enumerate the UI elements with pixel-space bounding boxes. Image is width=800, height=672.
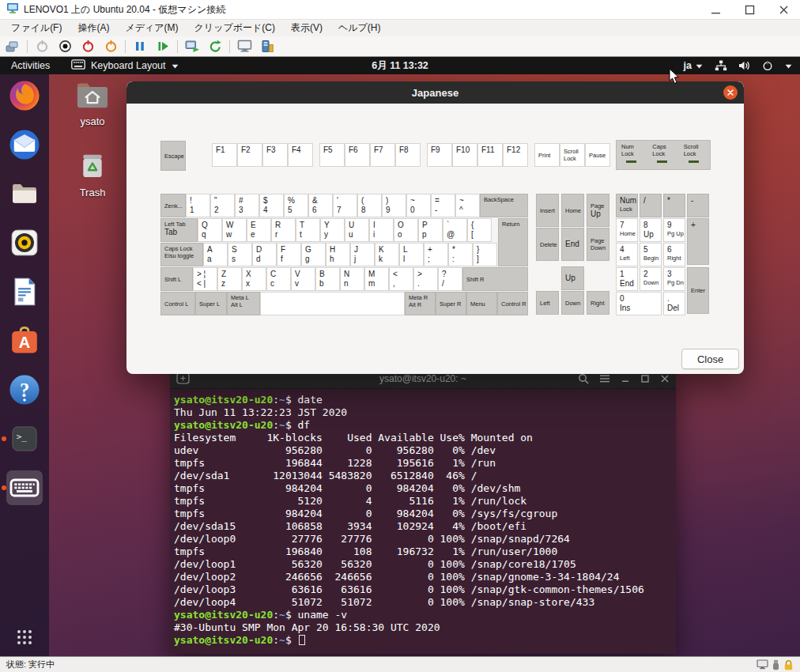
key-f5: F5 — [319, 143, 345, 167]
terminal-content[interactable]: ysato@itsv20-u20:~$ dateThu Jun 11 13:22… — [170, 389, 676, 654]
key-2: "2 — [210, 194, 235, 217]
window-maximize-button[interactable] — [745, 5, 755, 15]
desktop-icon-home-folder[interactable]: ysato — [70, 79, 115, 127]
dock: A?>_ — [0, 74, 49, 656]
terminal-cursor — [299, 635, 305, 645]
key-control-r: Control R — [497, 292, 528, 315]
key-up: Up — [561, 266, 584, 290]
close-icon[interactable] — [660, 374, 670, 383]
vm-menu-item[interactable]: 表示(V) — [283, 20, 330, 36]
vm-menu-item[interactable]: メディア(M) — [117, 20, 186, 36]
terminal-output-line: tmpfs 196840 108 196732 1% /run/user/100… — [174, 546, 676, 558]
led-scroll-lock: ScrollLock — [679, 141, 710, 169]
terminal-output-line: /dev/loop4 51072 51072 0 100% /snap/snap… — [174, 596, 676, 609]
vm-menu-item[interactable]: ファイル(F) — [3, 20, 70, 36]
key-key: `@ — [443, 218, 467, 242]
toolbar-resume-icon[interactable] — [154, 39, 172, 55]
key-insert: Insert — [536, 194, 559, 227]
display-small-icon — [757, 659, 768, 670]
key-p-p: Pp — [418, 218, 443, 242]
dialog-close-button[interactable]: Close — [681, 349, 739, 369]
dock-item-keyboard-display[interactable] — [6, 470, 43, 505]
usb-icon — [772, 659, 779, 670]
key-3-pg-dn: 3Pg Dn — [663, 267, 685, 291]
help-icon: ? — [8, 373, 41, 406]
key-5: %5 — [284, 194, 308, 217]
vm-menu-item[interactable]: ヘルプ(H) — [330, 20, 389, 36]
dock-item-rhythmbox[interactable] — [6, 225, 43, 260]
toolbar-display-icon[interactable] — [236, 39, 253, 55]
system-status-area[interactable]: ja — [684, 57, 792, 74]
terminal-output-line: /dev/sda1 12013044 5483820 6512840 46% / — [174, 470, 676, 482]
menu-icon[interactable] — [599, 374, 610, 383]
terminal-output-line: /dev/loop3 63616 63616 0 100% /snap/gtk-… — [174, 583, 676, 596]
key-r-r: Rr — [271, 218, 296, 242]
dock-item-libreoffice-writer[interactable] — [6, 274, 43, 309]
key-f12: F12 — [503, 143, 528, 167]
key-f11: F11 — [477, 143, 503, 167]
key-l-l: Ll — [399, 243, 424, 266]
key-8: (8 — [357, 194, 382, 217]
network-icon[interactable] — [715, 60, 727, 71]
dock-item-firefox[interactable] — [6, 78, 43, 113]
keyboard-layout-dialog: EscapeF1F2F3F4F5F6F7F8F9F10F11F12PrintSc… — [126, 81, 744, 374]
toolbar-pause-icon[interactable] — [131, 39, 149, 55]
vm-menu-item[interactable]: 操作(A) — [70, 20, 117, 36]
terminal-prompt-line: ysato@itsv20-u20:~$ df — [174, 419, 676, 432]
terminal-output-line: tmpfs 5120 4 5116 1% /run/lock — [174, 495, 676, 508]
terminal-prompt-line: ysato@itsv20-u20:~$ — [174, 634, 676, 647]
terminal-output-line: tmpfs 984204 0 984204 0% /sys/fs/cgroup — [174, 508, 676, 520]
show-applications-button[interactable] — [0, 628, 49, 647]
key-page-down: PageDown — [587, 228, 609, 261]
toolbar-power-red-icon[interactable] — [79, 39, 96, 55]
key-q-q: Qq — [198, 218, 222, 242]
key-pause: Pause — [585, 143, 610, 167]
toolbar-ctrl-alt-del-icon[interactable] — [4, 39, 21, 55]
desktop-icon-label: Trash — [70, 187, 115, 198]
keyboard-map: EscapeF1F2F3F4F5F6F7F8F9F10F11F12PrintSc… — [126, 81, 744, 374]
dock-item-files[interactable] — [6, 176, 43, 211]
toolbar-turn-off-icon[interactable] — [56, 39, 74, 55]
toolbar-power-gray-icon[interactable] — [33, 39, 51, 55]
dialog-titlebar[interactable]: Japanese — [126, 81, 744, 104]
window-close-button[interactable] — [779, 5, 789, 15]
volume-icon[interactable] — [738, 60, 751, 71]
toolbar-checkpoint-icon[interactable] — [183, 39, 201, 55]
key-meta-l-alt-l: Meta LAlt L — [227, 292, 260, 315]
toolbar-power-orange-icon[interactable] — [102, 39, 119, 55]
key-num-lock: NumLock — [616, 194, 638, 217]
terminal-window: ysato@itsv20-u20: ~ ysato@itsv20-u20:~$ … — [170, 368, 676, 654]
maximize-icon[interactable] — [640, 374, 650, 383]
input-language-indicator[interactable]: ja — [684, 60, 703, 71]
key-right: Right — [587, 291, 609, 315]
power-top-icon[interactable] — [762, 60, 773, 71]
vm-menu-item[interactable]: クリップボード(C) — [187, 20, 283, 36]
key-b-b: Bb — [315, 267, 340, 291]
key-key: > ¦< | — [193, 267, 217, 291]
dock-item-help[interactable]: ? — [6, 372, 43, 407]
key-f-f: Ff — [277, 243, 301, 266]
led-caps-lock: CapsLock — [647, 141, 678, 169]
toolbar-separator — [27, 40, 28, 53]
dialog-close-icon[interactable] — [723, 85, 738, 100]
toolbar-revert-icon[interactable] — [206, 39, 224, 55]
desktop-icon-trash[interactable]: Trash — [70, 149, 115, 198]
terminal-output-line: udev 956280 0 956280 0% /dev — [174, 444, 676, 457]
toolbar-server-icon[interactable] — [258, 39, 276, 55]
key-key: + — [687, 218, 709, 265]
key-left: Left — [536, 291, 559, 315]
dock-item-ubuntu-software[interactable]: A — [6, 323, 43, 358]
key-print: Print — [534, 143, 560, 167]
vm-menubar: ファイル(F)操作(A)メディア(M)クリップボード(C)表示(V)ヘルプ(H) — [0, 20, 800, 36]
minimize-icon[interactable] — [621, 374, 630, 383]
chevron-down-icon — [696, 60, 703, 71]
key-2-down: 2Down — [640, 267, 662, 291]
dock-item-thunderbird[interactable] — [6, 127, 43, 162]
dock-item-terminal[interactable]: >_ — [6, 421, 43, 456]
key-6: &6 — [308, 194, 333, 217]
search-icon[interactable] — [578, 373, 589, 384]
key-key: <, — [389, 267, 413, 291]
window-minimize-button[interactable] — [711, 5, 721, 15]
key-super-r: Super R — [436, 292, 466, 315]
key-key: +; — [424, 243, 448, 266]
